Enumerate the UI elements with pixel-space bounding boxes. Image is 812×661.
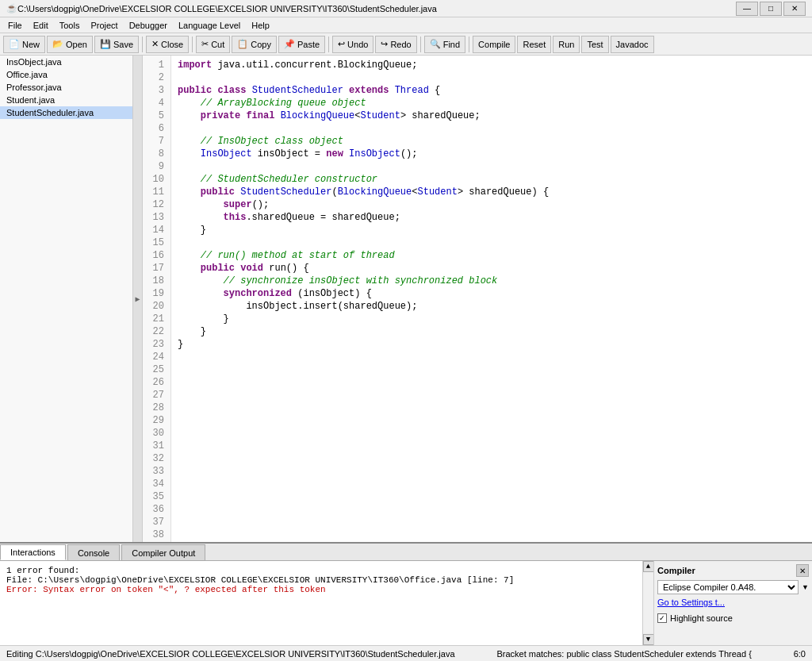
reset-button[interactable]: Reset bbox=[517, 36, 551, 53]
menu-project[interactable]: Project bbox=[86, 19, 122, 32]
redo-icon: ↪ bbox=[381, 39, 388, 49]
window-controls: — □ ✕ bbox=[736, 2, 806, 16]
error-output: 1 error found: File: C:\Users\dogpig\One… bbox=[0, 561, 642, 645]
paste-button[interactable]: 📌 Paste bbox=[278, 36, 325, 53]
copy-button[interactable]: 📋 Copy bbox=[232, 36, 277, 53]
maximize-button[interactable]: □ bbox=[760, 2, 782, 16]
window-title: C:\Users\dogpig\OneDrive\EXCELSIOR COLLE… bbox=[17, 4, 736, 13]
paste-icon: 📌 bbox=[284, 39, 295, 49]
status-right: 6:0 bbox=[794, 649, 806, 659]
test-button[interactable]: Test bbox=[581, 36, 608, 53]
status-left: Editing C:\Users\dogpig\OneDrive\EXCELSI… bbox=[6, 649, 455, 659]
go-to-settings[interactable]: Go to Settings t... bbox=[657, 598, 809, 607]
statusbar: Editing C:\Users\dogpig\OneDrive\EXCELSI… bbox=[0, 645, 812, 661]
sidebar-item-professor[interactable]: Professor.java bbox=[0, 81, 132, 94]
menu-help[interactable]: Help bbox=[247, 19, 274, 32]
toolbar-separator-3 bbox=[328, 37, 329, 52]
sidebar-item-studentscheduler[interactable]: StudentScheduler.java bbox=[0, 106, 132, 119]
highlight-checkbox[interactable]: ✓ bbox=[657, 613, 667, 623]
copy-icon: 📋 bbox=[237, 39, 248, 49]
new-icon: 📄 bbox=[9, 39, 20, 49]
menu-file[interactable]: File bbox=[3, 19, 27, 32]
compile-button[interactable]: Compile bbox=[473, 36, 515, 53]
compiler-select[interactable]: Eclipse Compiler 0.A48. bbox=[657, 580, 799, 594]
javadoc-button[interactable]: Javadoc bbox=[611, 36, 654, 53]
compiler-dropdown-arrow[interactable]: ▼ bbox=[802, 583, 809, 591]
save-icon: 💾 bbox=[100, 39, 111, 49]
save-button[interactable]: 💾 Save bbox=[94, 36, 139, 53]
close-button[interactable]: ✕ bbox=[783, 2, 806, 16]
menu-edit[interactable]: Edit bbox=[29, 19, 53, 32]
sidebar-item-insobject[interactable]: InsObject.java bbox=[0, 56, 132, 68]
scroll-up-arrow[interactable]: ▲ bbox=[643, 561, 654, 572]
minimize-button[interactable]: — bbox=[736, 2, 758, 16]
titlebar: ☕ C:\Users\dogpig\OneDrive\EXCELSIOR COL… bbox=[0, 0, 812, 17]
bottom-scrollbar[interactable]: ▲ ▼ bbox=[642, 561, 653, 645]
redo-button[interactable]: ↪ Redo bbox=[375, 36, 416, 53]
bottom-content: 1 error found: File: C:\Users\dogpig\One… bbox=[0, 561, 812, 645]
menu-language-level[interactable]: Language Level bbox=[174, 19, 245, 32]
highlight-row: ✓ Highlight source bbox=[657, 613, 809, 623]
error-line2: File: C:\Users\dogpig\OneDrive\EXCELSIOR… bbox=[6, 575, 514, 585]
toolbar-separator-4 bbox=[420, 37, 421, 52]
undo-button[interactable]: ↩ Undo bbox=[332, 36, 373, 53]
highlight-label: Highlight source bbox=[670, 613, 733, 623]
menu-debugger[interactable]: Debugger bbox=[124, 19, 172, 32]
new-button[interactable]: 📄 New bbox=[3, 36, 45, 53]
code-editor[interactable]: 1234567891011121314151617181920212223242… bbox=[143, 56, 812, 542]
cut-icon: ✂ bbox=[201, 39, 209, 49]
status-center: Bracket matches: public class StudentSch… bbox=[496, 649, 751, 659]
tab-interactions[interactable]: Interactions bbox=[0, 544, 66, 560]
compiler-select-row: Eclipse Compiler 0.A48. ▼ bbox=[657, 580, 809, 594]
error-line3: Error: Syntax error on token "<", ? expe… bbox=[6, 585, 326, 594]
compiler-label: Compiler bbox=[657, 566, 695, 575]
sidebar-toggle[interactable]: ▶ bbox=[133, 56, 143, 542]
main-area: InsObject.java Office.java Professor.jav… bbox=[0, 56, 812, 542]
run-button[interactable]: Run bbox=[553, 36, 580, 53]
scroll-down-arrow[interactable]: ▼ bbox=[643, 634, 654, 645]
undo-icon: ↩ bbox=[338, 39, 345, 49]
open-icon: 📂 bbox=[52, 39, 63, 49]
toolbar-separator-1 bbox=[142, 37, 143, 52]
close-icon: ✕ bbox=[151, 39, 159, 49]
bottom-panel: Interactions Console Compiler Output 1 e… bbox=[0, 542, 812, 645]
toolbar: 📄 New 📂 Open 💾 Save ✕ Close ✂ Cut 📋 Copy… bbox=[0, 33, 812, 56]
tab-console[interactable]: Console bbox=[67, 544, 120, 560]
compiler-header: Compiler ✕ bbox=[657, 564, 809, 577]
app-icon: ☕ bbox=[6, 3, 17, 13]
open-button[interactable]: 📂 Open bbox=[47, 36, 93, 53]
find-button[interactable]: 🔍 Find bbox=[424, 36, 465, 53]
cut-button[interactable]: ✂ Cut bbox=[196, 36, 230, 53]
toolbar-separator-2 bbox=[192, 37, 193, 52]
close-button-toolbar[interactable]: ✕ Close bbox=[146, 36, 189, 53]
menu-tools[interactable]: Tools bbox=[55, 19, 85, 32]
line-numbers: 1234567891011121314151617181920212223242… bbox=[143, 56, 171, 542]
find-icon: 🔍 bbox=[430, 39, 441, 49]
compiler-panel: Compiler ✕ Eclipse Compiler 0.A48. ▼ Go … bbox=[653, 561, 812, 645]
code-content[interactable]: import java.util.concurrent.BlockingQueu… bbox=[171, 56, 812, 542]
sidebar-item-student[interactable]: Student.java bbox=[0, 94, 132, 106]
toolbar-separator-5 bbox=[469, 37, 469, 52]
error-line1: 1 error found: bbox=[6, 566, 79, 575]
code-area: 1234567891011121314151617181920212223242… bbox=[143, 56, 812, 542]
compiler-close-button[interactable]: ✕ bbox=[796, 564, 809, 577]
tab-compiler-output[interactable]: Compiler Output bbox=[121, 544, 205, 560]
bottom-tabs: Interactions Console Compiler Output bbox=[0, 544, 812, 561]
sidebar-item-office[interactable]: Office.java bbox=[0, 68, 132, 81]
menubar: File Edit Tools Project Debugger Languag… bbox=[0, 17, 812, 33]
file-tree-sidebar: InsObject.java Office.java Professor.jav… bbox=[0, 56, 133, 542]
